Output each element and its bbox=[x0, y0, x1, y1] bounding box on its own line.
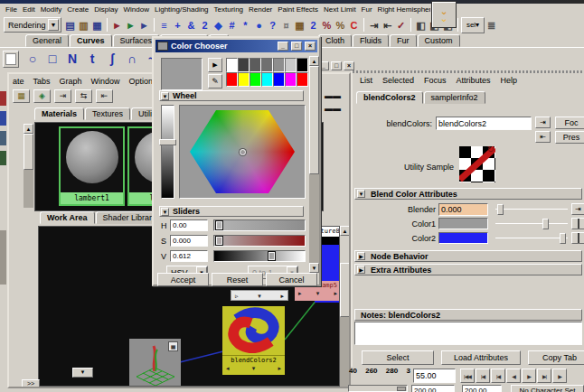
scroll-down-icon[interactable]: ▼ bbox=[309, 263, 319, 273]
tab-textures[interactable]: Textures bbox=[85, 107, 130, 120]
poly-sphere-icon[interactable]: ◆ bbox=[212, 18, 225, 33]
palette-arrow-button[interactable]: ▶ bbox=[208, 58, 222, 72]
menu-item[interactable]: Display bbox=[94, 5, 118, 14]
tab-blendcolors2[interactable]: blendColors2 bbox=[356, 91, 423, 104]
panel-drag-handle[interactable] bbox=[353, 70, 584, 73]
menu-item[interactable]: Modify bbox=[41, 5, 62, 14]
tab-samplerinfo2[interactable]: samplerInfo2 bbox=[424, 91, 485, 104]
menu-set-dropdown[interactable]: Rendering ▼ bbox=[4, 17, 61, 33]
palette-color-cell[interactable] bbox=[273, 58, 285, 72]
value-slider-track[interactable] bbox=[213, 250, 306, 262]
menu-item[interactable]: Lighting/Shading bbox=[155, 5, 209, 14]
double-chevron-button[interactable]: ⌄ ⌄ bbox=[431, 1, 457, 28]
palette-color-cell[interactable] bbox=[226, 72, 238, 87]
color2-slider[interactable] bbox=[495, 232, 568, 245]
palette-color-cell[interactable] bbox=[250, 72, 261, 87]
canvas-dropdown-button[interactable]: ▼ bbox=[72, 368, 93, 378]
snap-curve-icon[interactable]: & bbox=[184, 18, 198, 33]
shelf-scroll-button[interactable] bbox=[3, 51, 19, 68]
snap-view-icon[interactable]: 2 bbox=[198, 18, 212, 33]
node-collapsed[interactable]: ▹▾▸ bbox=[231, 290, 288, 301]
step-forward-button[interactable]: ▶ bbox=[552, 369, 567, 383]
range-slider[interactable] bbox=[348, 385, 408, 392]
blend-color-attributes-header[interactable]: ▼ Blend Color Attributes bbox=[354, 188, 582, 200]
cancel-button[interactable]: Cancel bbox=[266, 273, 317, 286]
character-set-button[interactable]: No Character Set bbox=[511, 385, 584, 392]
input-output-connections-icon[interactable]: ⇆ bbox=[75, 89, 92, 103]
palette-color-cell[interactable] bbox=[226, 58, 238, 72]
palette-color-cell[interactable] bbox=[261, 72, 273, 87]
slider-handle[interactable] bbox=[542, 219, 549, 229]
shelf-tab-curves[interactable]: Curves bbox=[70, 34, 112, 47]
play-backwards-button[interactable]: ◀ bbox=[506, 369, 521, 383]
help-line-icon[interactable]: ? bbox=[266, 18, 279, 33]
dialog-scrollbar[interactable]: ▲ ▼ bbox=[309, 56, 319, 275]
blender-slider[interactable] bbox=[495, 203, 568, 216]
open-scene-icon[interactable]: ▥ bbox=[77, 18, 90, 33]
range-start-input[interactable] bbox=[411, 385, 455, 392]
separator[interactable] bbox=[154, 18, 155, 32]
panel-layout-icon[interactable]: ▬▬ bbox=[325, 94, 341, 98]
menu-item[interactable]: Paint Effects bbox=[278, 5, 318, 14]
door-in-icon[interactable]: ⇥ bbox=[367, 18, 381, 33]
menu-item[interactable]: Window bbox=[124, 5, 149, 14]
node-name-input[interactable] bbox=[436, 117, 532, 130]
node-expand-arrows[interactable]: ◂▾▸ bbox=[222, 365, 285, 372]
copy-tab-button[interactable]: Copy Tab bbox=[528, 350, 584, 365]
output-connections-icon[interactable]: ⇤ bbox=[96, 89, 113, 103]
chain-break-icon[interactable]: % bbox=[334, 18, 347, 33]
snap-plus-icon[interactable]: + bbox=[171, 18, 184, 33]
arc-tool-icon[interactable]: ∩ bbox=[125, 49, 139, 69]
palette-color-cell[interactable] bbox=[250, 58, 261, 72]
input-connections-icon[interactable]: ⇥ bbox=[54, 89, 71, 103]
value-value-input[interactable] bbox=[170, 250, 208, 262]
extra-attributes-header[interactable]: ▶ Extra Attributes bbox=[354, 264, 582, 275]
color2-swatch[interactable] bbox=[438, 232, 488, 244]
panel-layout-icon[interactable]: ▬▬ bbox=[325, 107, 341, 111]
accept-button[interactable]: Accept bbox=[157, 273, 209, 286]
scroll-up-icon[interactable]: ▲ bbox=[340, 226, 350, 236]
manipulator-icon[interactable]: ≡ bbox=[157, 18, 171, 33]
current-time-input[interactable] bbox=[413, 369, 456, 383]
color1-swatch[interactable] bbox=[438, 218, 488, 229]
prev-key-button[interactable]: |◀ bbox=[491, 369, 505, 383]
menu-item[interactable]: Create bbox=[67, 5, 89, 14]
door-out-icon[interactable]: ⇤ bbox=[381, 18, 394, 33]
ep-curve-tool-icon[interactable]: t bbox=[85, 49, 99, 69]
wheel-section-header[interactable]: ▼ Wheel bbox=[159, 90, 304, 101]
node-expand-arrows[interactable]: ▹▾▸ bbox=[231, 291, 287, 300]
render-globe-icon[interactable]: ● bbox=[252, 18, 266, 33]
palette-color-cell[interactable] bbox=[238, 58, 250, 72]
pencil-curve-tool-icon[interactable]: ʃ bbox=[105, 49, 119, 69]
notes-textarea[interactable] bbox=[354, 322, 582, 345]
close-button[interactable]: × bbox=[344, 61, 354, 70]
play-forward-button[interactable]: ▶ bbox=[522, 369, 536, 383]
door-out-icon[interactable]: ⇤ bbox=[535, 131, 551, 143]
menu-item[interactable]: Selected bbox=[382, 76, 414, 85]
circle-tool-icon[interactable]: ○ bbox=[25, 49, 40, 69]
separator[interactable] bbox=[457, 18, 458, 32]
palette-color-cell[interactable] bbox=[285, 72, 297, 87]
create-bar-icon[interactable]: ▦ bbox=[13, 89, 30, 103]
next-key-button[interactable]: ▶| bbox=[537, 369, 551, 383]
select-mask-button[interactable]: sel▾ bbox=[461, 17, 485, 33]
close-button[interactable]: × bbox=[305, 42, 316, 51]
canvas-scrollbar[interactable]: ▲ ▼ bbox=[340, 226, 350, 387]
tab-materials[interactable]: Materials bbox=[34, 107, 84, 120]
menu-item[interactable]: Right Hemisphere bbox=[378, 5, 430, 14]
shelf-tab-custom[interactable]: Custom bbox=[418, 34, 460, 47]
separator[interactable] bbox=[363, 18, 364, 32]
menu-item[interactable]: Render bbox=[249, 5, 272, 14]
expand-arrow-icon[interactable]: ▶ bbox=[357, 266, 365, 274]
slider-handle[interactable] bbox=[497, 204, 504, 215]
collapse-arrow-icon[interactable]: ▼ bbox=[161, 208, 169, 216]
maximize-button[interactable]: □ bbox=[291, 42, 302, 51]
layer-bars-icon[interactable]: ≣ bbox=[485, 18, 498, 33]
menu-item[interactable]: Attributes bbox=[457, 76, 491, 85]
scroll-up-icon[interactable]: ▲ bbox=[24, 124, 33, 134]
slider-handle[interactable] bbox=[560, 233, 566, 244]
notes-header[interactable]: Notes: blendColors2 bbox=[354, 309, 582, 321]
menu-item[interactable]: Fur bbox=[362, 5, 372, 14]
utility-sample-swatch[interactable]: ↻ bbox=[459, 146, 495, 182]
hue-value-input[interactable] bbox=[170, 219, 208, 231]
